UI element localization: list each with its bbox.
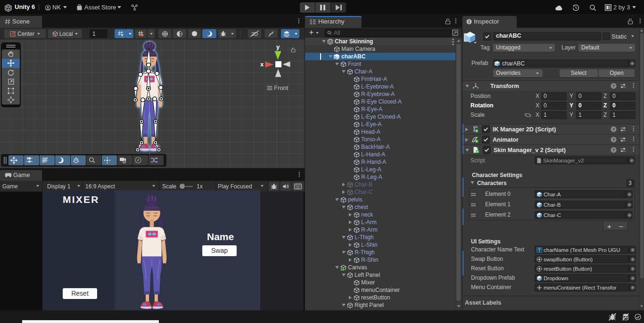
svg-text:?: ? <box>612 84 615 89</box>
svg-text:?: ? <box>612 137 615 142</box>
svg-text:?: ? <box>612 127 615 132</box>
svg-text:?: ? <box>612 148 615 153</box>
